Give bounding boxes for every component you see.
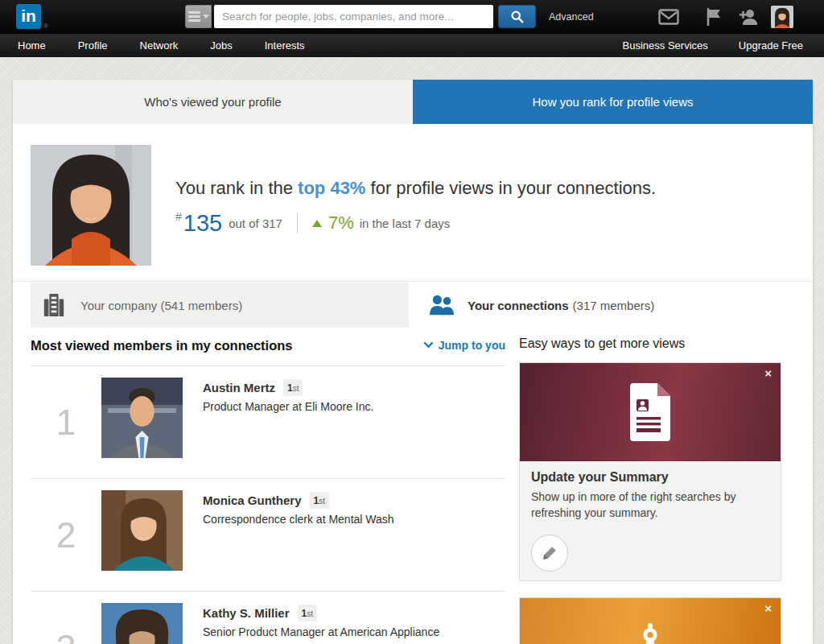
tab-whos-viewed-your-profile[interactable]: Who's viewed your profile [13, 80, 413, 124]
sidebar-title: Easy ways to get more views [519, 333, 781, 357]
degree-badge: 1st [298, 605, 317, 621]
jump-to-you-label: Jump to you [439, 339, 505, 352]
search-button[interactable] [498, 5, 536, 28]
connections-scope-label: Your connections [468, 299, 569, 312]
member-row-3: 3 Kathy S. Millier 1st [31, 592, 505, 644]
nav-left: Home Profile Network Jobs Interests [18, 39, 305, 52]
member-name[interactable]: Kathy S. Millier [203, 606, 290, 620]
degree-badge: 1st [283, 379, 303, 396]
rank-out-of: out of 317 [229, 217, 282, 230]
rank-number: 135 [183, 210, 222, 237]
nav-item-interests[interactable]: Interests [265, 39, 305, 52]
increase-arrow-icon [312, 220, 322, 227]
nav-item-upgrade-free[interactable]: Upgrade Free [739, 39, 803, 52]
rank-percent-highlight: top 43% [298, 178, 365, 198]
leaderboard-title: Most viewed members in my connections [31, 338, 293, 353]
update-summary-body: Update your Summary Show up in more of t… [520, 461, 781, 572]
search-category-dropdown[interactable] [185, 5, 212, 28]
update-summary-heading: Update your Summary [531, 470, 769, 485]
search-input[interactable] [214, 5, 493, 28]
hamburger-icon [188, 10, 200, 23]
leaderboard-pane: Most viewed members in my connections Ju… [31, 333, 505, 644]
member-row-1: 1 Austin Mertz [31, 366, 505, 479]
member-rank: 3 [31, 592, 101, 644]
messages-button[interactable] [658, 7, 679, 27]
company-scope-label: Your company (541 members) [80, 299, 242, 312]
scope-your-connections[interactable]: Your connections (317 members) [429, 283, 654, 328]
member-photo[interactable] [101, 490, 183, 571]
member-rank: 1 [31, 366, 101, 478]
chevron-down-icon [424, 342, 433, 349]
search-icon [510, 10, 524, 23]
update-summary-card: × Update your Summary Show up in more of… [519, 362, 781, 581]
nav-right: Business Services Upgrade Free [623, 39, 803, 52]
member-headline: Senior Product Manager at American Appli… [203, 625, 439, 638]
profile-views-tabs: Who's viewed your profile How you rank f… [13, 80, 813, 124]
leaderboard-list: 1 Austin Mertz [31, 365, 505, 644]
notifications-button[interactable] [703, 7, 724, 27]
rank-summary-line: You rank in the top 43% for profile view… [175, 178, 656, 199]
member-name[interactable]: Monica Gunthery [203, 493, 302, 507]
connections-people-icon [429, 294, 455, 316]
company-building-icon [42, 292, 66, 318]
member-row-2: 2 Monica Gunthery 1st [31, 479, 505, 592]
degree-badge: 1st [310, 492, 329, 509]
edit-summary-button[interactable] [531, 535, 568, 572]
nav-item-business-services[interactable]: Business Services [623, 39, 708, 52]
advanced-search-link[interactable]: Advanced [549, 0, 594, 34]
rank-stats: # 135 out of 317 7% in the last 7 days [175, 207, 450, 239]
linkedin-logo[interactable]: in [16, 4, 41, 29]
leaderboard-header: Most viewed members in my connections Ju… [31, 333, 505, 357]
member-photo[interactable] [101, 378, 183, 458]
chevron-down-icon [203, 14, 209, 19]
summary-document-icon [625, 382, 675, 443]
avatar-photo [771, 6, 793, 28]
close-icon[interactable]: × [764, 601, 772, 616]
close-icon[interactable]: × [764, 366, 772, 381]
connections-scope-count: (317 members) [573, 299, 655, 312]
nav-item-network[interactable]: Network [140, 39, 179, 52]
update-summary-text: Show up in more of the right searches by… [531, 489, 769, 522]
member-photo[interactable] [101, 603, 183, 644]
change-percent: 7% [328, 213, 354, 233]
change-period: in the last 7 days [360, 217, 451, 230]
member-name[interactable]: Austin Mertz [203, 381, 275, 394]
registered-mark: ® [43, 23, 48, 30]
update-summary-banner[interactable]: × [520, 363, 781, 461]
drafting-compass-icon [628, 617, 673, 644]
member-info: Kathy S. Millier 1st Senior Product Mana… [203, 605, 439, 644]
skills-promo-banner[interactable]: × [520, 598, 781, 644]
vertical-divider [297, 213, 298, 233]
scope-your-company[interactable]: Your company (541 members) [31, 283, 409, 328]
add-person-icon [739, 8, 760, 26]
top-bar: in ® Advanced [0, 0, 824, 34]
nav-item-jobs[interactable]: Jobs [210, 39, 232, 52]
sidebar: Easy ways to get more views × Update you… [519, 333, 781, 644]
nav-item-profile[interactable]: Profile [78, 39, 108, 52]
member-info: Austin Mertz 1st Product Manager at Eli … [203, 379, 373, 478]
flag-icon [706, 8, 722, 26]
hash-symbol: # [175, 210, 182, 223]
pencil-icon [542, 545, 558, 561]
my-profile-photo [31, 145, 151, 266]
mail-icon [658, 9, 679, 25]
rank-line-suffix: for profile views in your connections. [365, 178, 656, 198]
skills-promo-card: × [519, 597, 781, 644]
jump-to-you-link[interactable]: Jump to you [424, 339, 505, 352]
member-headline: Product Manager at Eli Moore Inc. [203, 400, 373, 413]
nav-item-home[interactable]: Home [18, 39, 46, 52]
main-nav: Home Profile Network Jobs Interests Busi… [0, 34, 824, 57]
rank-line-prefix: You rank in the [175, 178, 298, 198]
member-info: Monica Gunthery 1st Correspondence clerk… [203, 492, 394, 591]
profile-views-card: Who's viewed your profile How you rank f… [13, 80, 813, 644]
member-rank: 2 [31, 479, 101, 591]
scope-toggle-row: Your company (541 members) Your connecti… [13, 281, 813, 327]
tab-how-you-rank[interactable]: How you rank for profile views [413, 80, 813, 124]
my-account-avatar[interactable] [771, 6, 793, 28]
add-connection-button[interactable] [739, 7, 760, 27]
member-headline: Correspondence clerk at Mental Wash [203, 513, 394, 526]
